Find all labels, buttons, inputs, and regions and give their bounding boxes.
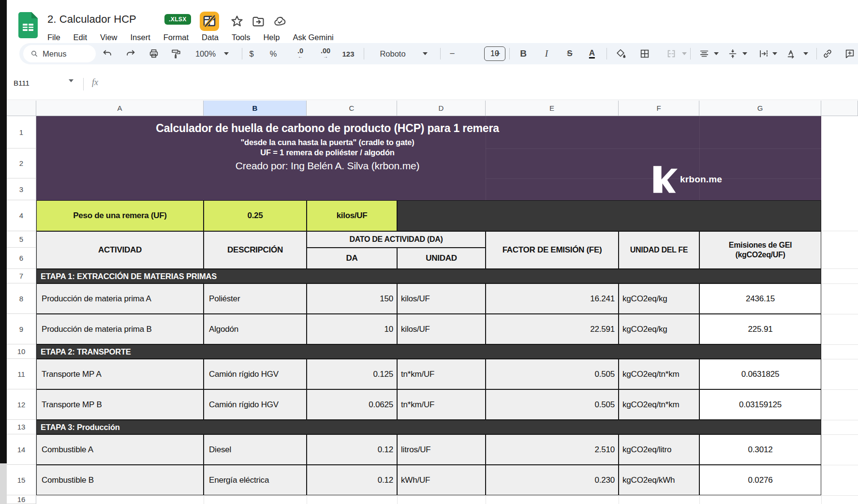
move-folder-icon[interactable]: [251, 15, 265, 28]
decrease-font-size-button[interactable]: −: [449, 48, 455, 59]
row-header-15[interactable]: 15: [7, 465, 36, 495]
merge-caret-icon[interactable]: [682, 52, 687, 55]
menu-edit[interactable]: Edit: [74, 33, 87, 42]
row-header-13[interactable]: 13: [7, 420, 36, 434]
sheets-logo-icon[interactable]: [18, 12, 38, 38]
cell-g15[interactable]: 0.0276: [699, 465, 821, 495]
row-header-8[interactable]: 8: [7, 283, 36, 314]
cell-e11[interactable]: 0.505: [486, 359, 619, 389]
cell-e9[interactable]: 22.591: [486, 314, 619, 344]
name-box[interactable]: B111: [14, 79, 30, 87]
cell-d15[interactable]: kWh/UF: [397, 465, 486, 495]
cell-b8[interactable]: Poliéster: [204, 283, 307, 314]
font-caret-icon[interactable]: [423, 52, 428, 55]
cell-e15[interactable]: 0.230: [486, 465, 619, 495]
document-title[interactable]: 2. Calculador HCP: [47, 13, 136, 26]
format-percent-button[interactable]: %: [270, 49, 277, 59]
cell-f14[interactable]: kgCO2eq/litro: [619, 434, 699, 465]
horizontal-align-caret-icon[interactable]: [714, 52, 719, 55]
name-box-caret-icon[interactable]: [69, 82, 74, 91]
row-header-12[interactable]: 12: [7, 389, 36, 420]
font-select[interactable]: Roboto: [380, 49, 405, 59]
print-button[interactable]: [148, 48, 159, 59]
select-all-corner[interactable]: [7, 101, 36, 116]
row-header-9[interactable]: 9: [7, 314, 36, 344]
vertical-align-caret-icon[interactable]: [742, 52, 747, 55]
vertical-align-button[interactable]: [727, 48, 738, 59]
text-wrap-button[interactable]: [758, 48, 769, 59]
star-icon[interactable]: [230, 15, 244, 28]
insert-comment-button[interactable]: [844, 48, 855, 59]
row-header-4[interactable]: 4: [7, 200, 36, 231]
redo-button[interactable]: [125, 48, 136, 59]
cell-a14[interactable]: Combustible A: [36, 434, 204, 465]
menu-ask-gemini[interactable]: Ask Gemini: [293, 33, 333, 42]
cell-g12[interactable]: 0.03159125: [699, 389, 821, 420]
cell-weight-label[interactable]: Peso de una remera (UF): [36, 200, 204, 231]
banner-cell[interactable]: Calculador de huella de carbono de produ…: [36, 116, 821, 200]
cell-a11[interactable]: Transporte MP A: [36, 359, 204, 389]
header-da[interactable]: DA: [307, 248, 397, 269]
row-header-11[interactable]: 11: [7, 359, 36, 389]
cell-a8[interactable]: Producción de materia prima A: [36, 283, 204, 314]
text-rotation-caret-icon[interactable]: [803, 52, 808, 55]
row-header-1[interactable]: 1: [7, 116, 36, 148]
menu-format[interactable]: Format: [163, 33, 189, 42]
text-color-button[interactable]: A: [589, 49, 595, 59]
bold-button[interactable]: B: [520, 48, 527, 59]
cell-f8[interactable]: kgCO2eq/kg: [619, 283, 699, 314]
strikethrough-button[interactable]: S: [567, 49, 572, 59]
cell-g9[interactable]: 225.91: [699, 314, 821, 344]
row-header-3[interactable]: 3: [7, 178, 36, 200]
menu-tools[interactable]: Tools: [232, 33, 251, 42]
col-header-f[interactable]: F: [619, 101, 699, 116]
cell-g8[interactable]: 2436.15: [699, 283, 821, 314]
col-header-a[interactable]: A: [36, 101, 204, 116]
row-header-10[interactable]: 10: [7, 344, 36, 359]
col-header-b[interactable]: B: [204, 101, 307, 116]
col-header-c[interactable]: C: [307, 101, 397, 116]
borders-button[interactable]: [639, 48, 650, 59]
cell-e8[interactable]: 16.241: [486, 283, 619, 314]
zoom-select[interactable]: 100%: [195, 49, 216, 59]
cell-c12[interactable]: 0.0625: [307, 389, 397, 420]
cell-d11[interactable]: tn*km/UF: [397, 359, 486, 389]
zoom-caret-icon[interactable]: [224, 52, 229, 55]
cell-c15[interactable]: 0.12: [307, 465, 397, 495]
more-formats-button[interactable]: 123: [342, 50, 354, 58]
italic-button[interactable]: I: [545, 48, 548, 59]
insert-link-button[interactable]: [822, 48, 833, 59]
cell-a12[interactable]: Transporte MP B: [36, 389, 204, 420]
row-header-16[interactable]: 16: [7, 495, 36, 504]
cell-b9[interactable]: Algodón: [204, 314, 307, 344]
col-header-g[interactable]: G: [699, 101, 821, 116]
cell-d9[interactable]: kilos/UF: [397, 314, 486, 344]
row-header-2[interactable]: 2: [7, 148, 36, 178]
menu-data[interactable]: Data: [202, 33, 219, 42]
etapa-2-band[interactable]: ETAPA 2: TRANSPORTE: [36, 344, 821, 359]
cell-g11[interactable]: 0.0631825: [699, 359, 821, 389]
col-header-h-partial[interactable]: [821, 101, 858, 116]
horizontal-align-button[interactable]: [699, 48, 710, 59]
fill-color-button[interactable]: [615, 48, 626, 59]
cloud-saved-icon[interactable]: [273, 15, 287, 28]
cell-d8[interactable]: kilos/UF: [397, 283, 486, 314]
menu-file[interactable]: File: [47, 33, 60, 42]
row-header-6[interactable]: 6: [7, 248, 36, 269]
menu-insert[interactable]: Insert: [131, 33, 150, 42]
cell-e12[interactable]: 0.505: [486, 389, 619, 420]
text-rotation-button[interactable]: [786, 48, 797, 59]
header-unidad[interactable]: UNIDAD: [397, 248, 486, 269]
menus-search-button[interactable]: Menus: [23, 45, 96, 62]
menu-view[interactable]: View: [100, 33, 117, 42]
cell-d12[interactable]: tn*km/UF: [397, 389, 486, 420]
format-currency-button[interactable]: $: [249, 49, 253, 59]
cell-f11[interactable]: kgCO2eq/tn*km: [619, 359, 699, 389]
cell-c14[interactable]: 0.12: [307, 434, 397, 465]
text-wrap-caret-icon[interactable]: [772, 52, 777, 55]
cell-weight-filler-dark[interactable]: [397, 200, 821, 231]
cell-e14[interactable]: 2.510: [486, 434, 619, 465]
col-header-d[interactable]: D: [397, 101, 486, 116]
col-header-e[interactable]: E: [486, 101, 619, 116]
etapa-1-band[interactable]: ETAPA 1: EXTRACCIÓN DE MATERIAS PRIMAS: [36, 269, 821, 283]
